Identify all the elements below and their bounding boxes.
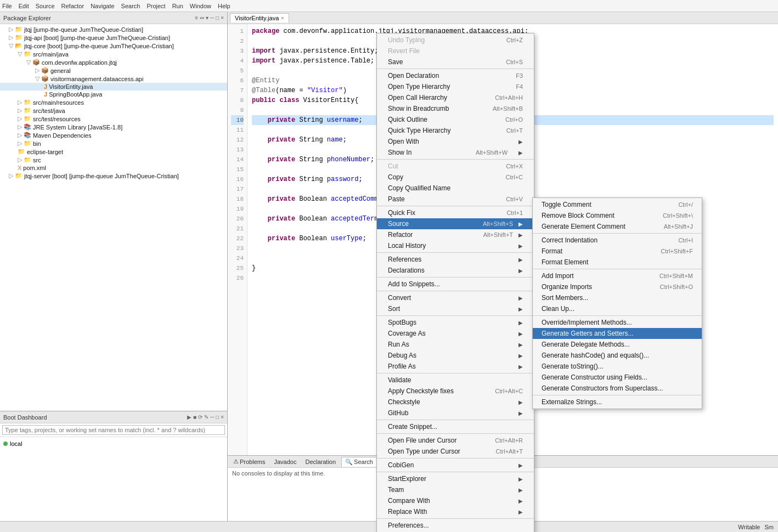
- ctx-save[interactable]: Save Ctrl+S: [377, 56, 534, 67]
- ctx-show-in-breadcrumb[interactable]: Show in Breadcrumb Alt+Shift+B: [377, 103, 534, 114]
- tree-item-eclipse-target[interactable]: 📁 eclipse-target: [0, 148, 227, 156]
- ctx-open-type-hierarchy[interactable]: Open Type Hierarchy F4: [377, 81, 534, 92]
- ctx-quick-outline[interactable]: Quick Outline Ctrl+O: [377, 114, 534, 125]
- boot-local-item[interactable]: local: [3, 439, 224, 448]
- ctx-convert[interactable]: Convert ▶: [377, 292, 534, 303]
- sub-format-element[interactable]: Format Element: [533, 257, 702, 268]
- tab-javadoc[interactable]: Javadoc: [270, 457, 300, 466]
- menu-project[interactable]: Project: [146, 3, 165, 9]
- tree-item-jtqj-core[interactable]: ▽ 📂 jtqj-core [boot] [jump-the-queue Jum…: [0, 42, 227, 50]
- ctx-cobigen[interactable]: CobiGen ▶: [377, 460, 534, 471]
- minimize-icon[interactable]: ─: [210, 15, 214, 21]
- menu-run[interactable]: Run: [172, 3, 183, 9]
- sub-format[interactable]: Format Ctrl+Shift+F: [533, 246, 702, 257]
- sub-sort-members[interactable]: Sort Members...: [533, 292, 702, 303]
- tree-item-pom[interactable]: X pom.xml: [0, 164, 227, 172]
- ctx-replace-with[interactable]: Replace With ▶: [377, 506, 534, 517]
- ctx-coverage-as[interactable]: Coverage As ▶: [377, 328, 534, 339]
- menu-window[interactable]: Window: [190, 3, 211, 9]
- ctx-paste[interactable]: Paste Ctrl+V: [377, 194, 534, 205]
- sub-externalize-strings[interactable]: Externalize Strings...: [533, 397, 702, 408]
- ctx-compare-with[interactable]: Compare With ▶: [377, 495, 534, 506]
- ctx-refactor[interactable]: Refactor Alt+Shift+T ▶: [377, 229, 534, 240]
- tab-declaration[interactable]: Declaration: [302, 457, 339, 466]
- ctx-validate[interactable]: Validate: [377, 375, 534, 386]
- view-menu-icon[interactable]: ▾: [206, 15, 208, 21]
- menu-refactor[interactable]: Refactor: [61, 3, 84, 9]
- tree-item-springboot[interactable]: J SpringBootApp.java: [0, 90, 227, 98]
- ctx-open-file-under-cursor[interactable]: Open File under Cursor Ctrl+Alt+R: [377, 435, 534, 446]
- tree-item-general[interactable]: ▷ 📦 general: [0, 66, 227, 75]
- tree-item-bin[interactable]: ▷ 📁 bin: [0, 139, 227, 148]
- sub-clean-up[interactable]: Clean Up...: [533, 303, 702, 314]
- sub-generate-element-comment[interactable]: Generate Element Comment Alt+Shift+J: [533, 221, 702, 232]
- tree-item-jtqj-api[interactable]: ▷ 📁 jtqj-api [boot] [jump-the-queue JumT…: [0, 33, 227, 42]
- tree-item-jre[interactable]: ▷ 📚 JRE System Library [JavaSE-1.8]: [0, 123, 227, 131]
- sub-organize-imports[interactable]: Organize Imports Ctrl+Shift+O: [533, 281, 702, 292]
- tab-problems[interactable]: ⚠ Problems: [230, 457, 268, 466]
- ctx-run-as[interactable]: Run As ▶: [377, 339, 534, 350]
- ctx-quick-type-hierarchy[interactable]: Quick Type Hierarchy Ctrl+T: [377, 125, 534, 136]
- boot-icon-1[interactable]: ▶: [187, 414, 191, 420]
- tab-search[interactable]: 🔍 Search: [341, 457, 377, 467]
- maximize-icon[interactable]: □: [216, 15, 219, 21]
- ctx-undo-typing[interactable]: Undo Typing Ctrl+Z: [377, 35, 534, 46]
- tree-item-jtqj-server[interactable]: ▷ 📁 jtqj-server [boot] [jump-the-queue J…: [0, 172, 227, 180]
- ctx-open-with[interactable]: Open With ▶: [377, 136, 534, 147]
- ctx-show-in[interactable]: Show In Alt+Shift+W ▶: [377, 147, 534, 158]
- ctx-copy[interactable]: Copy Ctrl+C: [377, 172, 534, 183]
- maximize-icon[interactable]: □: [216, 414, 219, 420]
- link-editor-icon[interactable]: ⇔: [200, 15, 204, 21]
- tree-item-visitor-entity[interactable]: J VisitorEntity.java: [0, 83, 227, 90]
- boot-dashboard-search-input[interactable]: [2, 425, 225, 435]
- sub-generate-tostring[interactable]: Generate toString()...: [533, 361, 702, 372]
- sub-override-implement[interactable]: Override/Implement Methods...: [533, 317, 702, 328]
- ctx-copy-qualified-name[interactable]: Copy Qualified Name: [377, 183, 534, 194]
- tree-item-src-test-res[interactable]: ▷ 📁 src/test/resources: [0, 115, 227, 123]
- close-icon[interactable]: ×: [221, 414, 224, 420]
- sub-toggle-comment[interactable]: Toggle Comment Ctrl+/: [533, 199, 702, 210]
- sub-generate-hashcode-equals[interactable]: Generate hashCode() and equals()...: [533, 350, 702, 361]
- ctx-open-declaration[interactable]: Open Declaration F3: [377, 70, 534, 81]
- ctx-github[interactable]: GitHub ▶: [377, 408, 534, 418]
- sub-generate-delegate-methods[interactable]: Generate Delegate Methods...: [533, 339, 702, 350]
- ctx-team[interactable]: Team ▶: [377, 484, 534, 495]
- tree-item-src[interactable]: ▷ 📁 src: [0, 156, 227, 164]
- editor-tab-visitor-entity[interactable]: VisitorEntity.java ×: [230, 13, 289, 22]
- ctx-create-snippet[interactable]: Create Snippet...: [377, 421, 534, 432]
- sub-generate-getters-setters[interactable]: Generate Getters and Setters...: [533, 328, 702, 339]
- menu-source[interactable]: Source: [36, 3, 55, 9]
- sub-remove-block-comment[interactable]: Remove Block Comment Ctrl+Shift+\: [533, 210, 702, 221]
- ctx-declarations[interactable]: Declarations ▶: [377, 265, 534, 276]
- ctx-preferences[interactable]: Preferences...: [377, 520, 534, 531]
- sub-generate-constructor-fields[interactable]: Generate Constructor using Fields...: [533, 372, 702, 383]
- boot-icon-4[interactable]: ✎: [204, 414, 208, 420]
- ctx-debug-as[interactable]: Debug As ▶: [377, 350, 534, 361]
- collapse-all-icon[interactable]: ≡: [195, 15, 198, 21]
- ctx-quick-fix[interactable]: Quick Fix Ctrl+1: [377, 207, 534, 218]
- ctx-add-to-snippets[interactable]: Add to Snippets...: [377, 279, 534, 290]
- sub-generate-constructors-superclass[interactable]: Generate Constructors from Superclass...: [533, 383, 702, 394]
- ctx-source[interactable]: Source Alt+Shift+S ▶: [377, 218, 534, 229]
- ctx-spotbugs[interactable]: SpotBugs ▶: [377, 317, 534, 328]
- tree-item-maven-deps[interactable]: ▷ 📚 Maven Dependencies: [0, 131, 227, 139]
- close-icon[interactable]: ×: [221, 15, 224, 21]
- minimize-icon[interactable]: ─: [210, 414, 214, 420]
- ctx-sort[interactable]: Sort ▶: [377, 303, 534, 314]
- tree-item-jtqj[interactable]: ▷ 📁 jtqj [jump-the-queue JumTheQueue-Cri…: [0, 25, 227, 33]
- sub-add-import[interactable]: Add Import Ctrl+Shift+M: [533, 270, 702, 281]
- ctx-apply-checkstyle[interactable]: Apply Checkstyle fixes Ctrl+Alt+C: [377, 386, 534, 397]
- editor-tab-close[interactable]: ×: [281, 15, 284, 21]
- ctx-local-history[interactable]: Local History ▶: [377, 240, 534, 251]
- ctx-open-call-hierarchy[interactable]: Open Call Hierarchy Ctrl+Alt+H: [377, 92, 534, 103]
- menu-file[interactable]: File: [2, 3, 12, 9]
- tree-item-src-test-java[interactable]: ▷ 📁 src/test/java: [0, 106, 227, 115]
- menu-search[interactable]: Search: [121, 3, 140, 9]
- tree-item-com-devonfw[interactable]: ▽ 📦 com.devonfw.application.jtqj: [0, 58, 227, 66]
- tree-item-src-main-res[interactable]: ▷ 📁 src/main/resources: [0, 98, 227, 106]
- ctx-profile-as[interactable]: Profile As ▶: [377, 361, 534, 372]
- ctx-open-type-under-cursor[interactable]: Open Type under Cursor Ctrl+Alt+T: [377, 446, 534, 457]
- boot-icon-2[interactable]: ■: [193, 414, 196, 420]
- sub-correct-indentation[interactable]: Correct Indentation Ctrl+I: [533, 235, 702, 246]
- ctx-checkstyle[interactable]: Checkstyle ▶: [377, 397, 534, 408]
